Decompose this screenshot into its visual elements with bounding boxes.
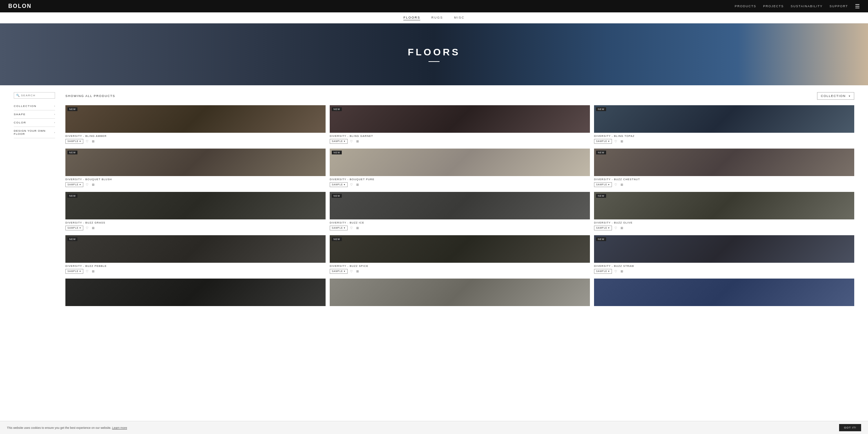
sub-nav-rugs[interactable]: RUGS — [431, 15, 443, 20]
heart-icon[interactable]: ♡ — [85, 139, 89, 144]
search-box[interactable]: 🔍 — [14, 92, 55, 99]
compare-icon[interactable]: ⊞ — [620, 226, 624, 230]
collection-dropdown[interactable]: COLLECTION ▾ — [817, 92, 854, 100]
compare-icon[interactable]: ⊞ — [355, 269, 360, 274]
chevron-right-icon: › — [54, 113, 55, 116]
filter-color[interactable]: COLOR › — [14, 119, 55, 127]
product-actions: SAMPLE ▾ ♡ ⊞ — [330, 269, 590, 274]
product-info: DIVERSITY - BOUQUET PURE SAMPLE ▾ ♡ ⊞ — [330, 176, 590, 188]
product-card[interactable]: NEW DIVERSITY - BUZZ PEBBLE SAMPLE ▾ ♡ ⊞ — [65, 235, 326, 274]
product-card[interactable]: NEW DIVERSITY - BUZZ STRAW SAMPLE ▾ ♡ ⊞ — [594, 235, 854, 274]
heart-icon[interactable]: ♡ — [85, 182, 89, 187]
logo[interactable]: BOLON — [8, 3, 32, 9]
compare-icon[interactable]: ⊞ — [620, 139, 624, 144]
compare-icon[interactable]: ⊞ — [620, 182, 624, 187]
product-card[interactable]: NEW DIVERSITY - BOUQUET PURE SAMPLE ▾ ♡ … — [330, 149, 590, 188]
dropdown-arrow-icon: ▾ — [849, 95, 851, 98]
product-card[interactable] — [65, 279, 326, 308]
hero-divider — [428, 61, 440, 62]
sample-button[interactable]: SAMPLE ▾ — [65, 226, 83, 230]
product-card[interactable]: NEW DIVERSITY - BOUQUET BLUSH SAMPLE ▾ ♡… — [65, 149, 326, 188]
product-image: NEW — [594, 105, 854, 133]
collection-dropdown-label: COLLECTION — [821, 94, 846, 98]
filter-collection[interactable]: COLLECTION › — [14, 102, 55, 110]
product-name: DIVERSITY - BLING GARNET — [330, 134, 590, 138]
product-image: NEW — [594, 149, 854, 176]
product-info: DIVERSITY - BUZZ OLIVE SAMPLE ▾ ♡ ⊞ — [594, 219, 854, 231]
product-name: DIVERSITY - BUZZ SPICE — [330, 264, 590, 268]
product-card[interactable]: NEW DIVERSITY - BLING GARNET SAMPLE ▾ ♡ … — [330, 105, 590, 144]
sample-button[interactable]: SAMPLE ▾ — [330, 139, 348, 144]
product-card[interactable]: NEW DIVERSITY - BUZZ OLIVE SAMPLE ▾ ♡ ⊞ — [594, 192, 854, 231]
sidebar: 🔍 COLLECTION › SHAPE › COLOR › DESIGN YO… — [14, 92, 55, 308]
product-actions: SAMPLE ▾ ♡ ⊞ — [65, 269, 326, 274]
sample-button[interactable]: SAMPLE ▾ — [65, 182, 83, 187]
product-info: DIVERSITY - BLING GARNET SAMPLE ▾ ♡ ⊞ — [330, 133, 590, 144]
search-input[interactable] — [21, 94, 53, 97]
heart-icon[interactable]: ♡ — [85, 269, 89, 274]
chevron-right-icon: › — [54, 131, 55, 134]
nav-link-support[interactable]: SUPPORT — [829, 4, 848, 8]
product-card[interactable] — [594, 279, 854, 308]
heart-icon[interactable]: ♡ — [613, 139, 618, 144]
product-card[interactable]: NEW DIVERSITY - BUZZ GRASS SAMPLE ▾ ♡ ⊞ — [65, 192, 326, 231]
compare-icon[interactable]: ⊞ — [355, 139, 360, 144]
product-name: DIVERSITY - BUZZ OLIVE — [594, 221, 854, 224]
product-card[interactable]: NEW DIVERSITY - BUZZ CHESTNUT SAMPLE ▾ ♡… — [594, 149, 854, 188]
product-badge-new: NEW — [67, 194, 77, 198]
heart-icon[interactable]: ♡ — [349, 182, 354, 187]
heart-icon[interactable]: ♡ — [349, 226, 354, 230]
product-image: NEW — [330, 105, 590, 133]
product-card[interactable]: NEW DIVERSITY - BLING TOPAZ SAMPLE ▾ ♡ ⊞ — [594, 105, 854, 144]
sample-button[interactable]: SAMPLE ▾ — [65, 269, 83, 274]
product-image — [594, 279, 854, 306]
filter-shape[interactable]: SHAPE › — [14, 110, 55, 119]
heart-icon[interactable]: ♡ — [613, 226, 618, 230]
sub-nav-misc[interactable]: MISC — [454, 15, 465, 20]
product-info: DIVERSITY - BUZZ PEBBLE SAMPLE ▾ ♡ ⊞ — [65, 263, 326, 274]
heart-icon[interactable]: ♡ — [613, 269, 618, 274]
heart-icon[interactable]: ♡ — [613, 182, 618, 187]
chevron-right-icon: › — [54, 105, 55, 108]
product-badge-new: NEW — [332, 237, 342, 241]
sub-nav-floors[interactable]: FLOORS — [403, 15, 420, 20]
product-info — [65, 306, 326, 308]
sample-button[interactable]: SAMPLE ▾ — [594, 269, 612, 274]
product-card[interactable]: NEW DIVERSITY - BUZZ ICE SAMPLE ▾ ♡ ⊞ — [330, 192, 590, 231]
sample-button[interactable]: SAMPLE ▾ — [330, 182, 348, 187]
product-actions: SAMPLE ▾ ♡ ⊞ — [594, 139, 854, 144]
design-your-own-floor[interactable]: DESIGN YOUR OWN FLOOR › — [14, 127, 55, 138]
nav-link-projects[interactable]: PROJECTS — [763, 4, 784, 8]
compare-icon[interactable]: ⊞ — [91, 139, 96, 144]
heart-icon[interactable]: ♡ — [349, 139, 354, 144]
nav-link-products[interactable]: PRODUCTS — [735, 4, 756, 8]
compare-icon[interactable]: ⊞ — [91, 226, 96, 230]
sample-button[interactable]: SAMPLE ▾ — [65, 139, 83, 144]
nav-link-sustainability[interactable]: SUSTAINABILITY — [791, 4, 823, 8]
sample-button[interactable]: SAMPLE ▾ — [330, 226, 348, 230]
sample-button[interactable]: SAMPLE ▾ — [330, 269, 348, 274]
compare-icon[interactable]: ⊞ — [355, 226, 360, 230]
compare-icon[interactable]: ⊞ — [620, 269, 624, 274]
product-badge-new: NEW — [596, 151, 606, 154]
product-badge-new: NEW — [67, 237, 77, 241]
product-info: DIVERSITY - BLING TOPAZ SAMPLE ▾ ♡ ⊞ — [594, 133, 854, 144]
product-card[interactable]: NEW DIVERSITY - BLING AMBER SAMPLE ▾ ♡ ⊞ — [65, 105, 326, 144]
product-card[interactable]: NEW DIVERSITY - BUZZ SPICE SAMPLE ▾ ♡ ⊞ — [330, 235, 590, 274]
sample-button[interactable]: SAMPLE ▾ — [594, 182, 612, 187]
product-card[interactable] — [330, 279, 590, 308]
compare-icon[interactable]: ⊞ — [91, 182, 96, 187]
hamburger-icon[interactable]: ☰ — [855, 3, 860, 10]
sample-button[interactable]: SAMPLE ▾ — [594, 226, 612, 230]
sample-button[interactable]: SAMPLE ▾ — [594, 139, 612, 144]
compare-icon[interactable]: ⊞ — [355, 182, 360, 187]
heart-icon[interactable]: ♡ — [85, 226, 89, 230]
product-image: NEW — [330, 235, 590, 263]
filter-collection-label: COLLECTION — [14, 105, 36, 108]
product-info: DIVERSITY - BUZZ CHESTNUT SAMPLE ▾ ♡ ⊞ — [594, 176, 854, 188]
product-image: NEW — [65, 192, 326, 219]
product-badge-new: NEW — [332, 151, 342, 154]
hero-section: FLOORS — [0, 23, 868, 85]
compare-icon[interactable]: ⊞ — [91, 269, 96, 274]
heart-icon[interactable]: ♡ — [349, 269, 354, 274]
